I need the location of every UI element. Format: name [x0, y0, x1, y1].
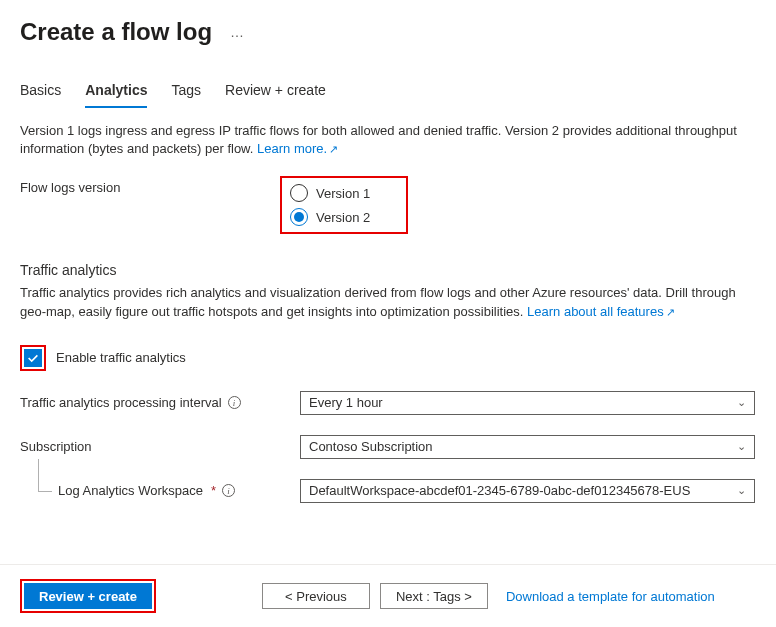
- subscription-label: Subscription: [20, 439, 92, 454]
- workspace-label: Log Analytics Workspace: [58, 483, 203, 498]
- tab-basics[interactable]: Basics: [20, 82, 61, 108]
- tab-review-create[interactable]: Review + create: [225, 82, 326, 108]
- select-value: DefaultWorkspace-abcdef01-2345-6789-0abc…: [309, 483, 690, 498]
- radio-version-2[interactable]: Version 2: [290, 208, 370, 226]
- info-icon[interactable]: i: [222, 484, 235, 497]
- highlight-box: [20, 345, 46, 371]
- processing-interval-select[interactable]: Every 1 hour ⌄: [300, 391, 755, 415]
- info-icon[interactable]: i: [228, 396, 241, 409]
- processing-interval-label: Traffic analytics processing interval: [20, 395, 222, 410]
- tab-analytics[interactable]: Analytics: [85, 82, 147, 108]
- external-link-icon: ↗: [329, 142, 338, 157]
- chevron-down-icon: ⌄: [737, 440, 746, 453]
- select-value: Contoso Subscription: [309, 439, 433, 454]
- tab-bar: Basics Analytics Tags Review + create: [0, 54, 776, 108]
- tab-tags[interactable]: Tags: [171, 82, 201, 108]
- radio-icon: [290, 208, 308, 226]
- learn-features-link[interactable]: Learn about all features↗: [527, 304, 675, 319]
- external-link-icon: ↗: [666, 305, 675, 320]
- enable-traffic-analytics-checkbox[interactable]: [24, 349, 42, 367]
- radio-label: Version 2: [316, 210, 370, 225]
- page-title: Create a flow log: [20, 18, 212, 46]
- check-icon: [26, 351, 40, 365]
- highlight-box: Review + create: [20, 579, 156, 613]
- next-button[interactable]: Next : Tags >: [380, 583, 488, 609]
- radio-label: Version 1: [316, 186, 370, 201]
- required-indicator: *: [211, 483, 216, 498]
- subscription-select[interactable]: Contoso Subscription ⌄: [300, 435, 755, 459]
- flow-logs-version-label: Flow logs version: [20, 176, 280, 195]
- download-template-link[interactable]: Download a template for automation: [506, 589, 715, 604]
- version-description-text: Version 1 logs ingress and egress IP tra…: [20, 123, 737, 156]
- traffic-analytics-heading: Traffic analytics: [20, 262, 756, 278]
- review-create-button[interactable]: Review + create: [24, 583, 152, 609]
- previous-button[interactable]: < Previous: [262, 583, 370, 609]
- version-description: Version 1 logs ingress and egress IP tra…: [20, 122, 756, 158]
- chevron-down-icon: ⌄: [737, 396, 746, 409]
- workspace-select[interactable]: DefaultWorkspace-abcdef01-2345-6789-0abc…: [300, 479, 755, 503]
- radio-icon: [290, 184, 308, 202]
- learn-more-link[interactable]: Learn more.↗: [257, 141, 338, 156]
- more-icon[interactable]: …: [230, 24, 246, 40]
- footer: Review + create < Previous Next : Tags >…: [0, 564, 776, 627]
- traffic-analytics-description: Traffic analytics provides rich analytic…: [20, 284, 756, 320]
- select-value: Every 1 hour: [309, 395, 383, 410]
- enable-traffic-analytics-label: Enable traffic analytics: [56, 350, 186, 365]
- chevron-down-icon: ⌄: [737, 484, 746, 497]
- radio-version-1[interactable]: Version 1: [290, 184, 370, 202]
- flow-logs-version-radio-group: Version 1 Version 2: [280, 176, 408, 234]
